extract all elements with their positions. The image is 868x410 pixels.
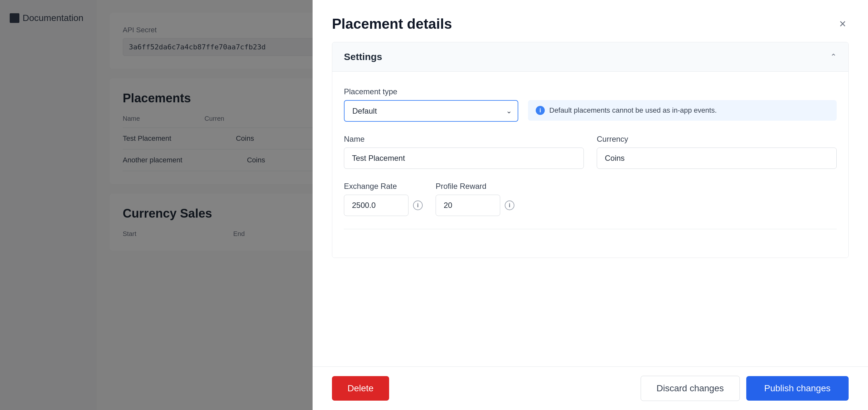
placement-type-select-wrapper: Default In-app event ⌄ bbox=[344, 100, 518, 122]
profile-reward-label: Profile Reward bbox=[436, 182, 515, 191]
name-label: Name bbox=[344, 135, 584, 144]
exchange-rate-input[interactable] bbox=[344, 195, 408, 216]
delete-button[interactable]: Delete bbox=[332, 376, 389, 401]
placement-type-label: Placement type bbox=[344, 87, 837, 96]
name-input[interactable] bbox=[344, 148, 584, 169]
modal-body: Settings ⌃ Placement type Default In-app… bbox=[313, 42, 868, 367]
currency-field-group: Currency bbox=[597, 135, 837, 169]
placement-type-select[interactable]: Default In-app event bbox=[344, 100, 518, 122]
exchange-rate-group: Exchange Rate i bbox=[344, 182, 423, 216]
modal-header: Placement details × bbox=[313, 0, 868, 42]
profile-reward-group: Profile Reward i bbox=[436, 182, 515, 216]
settings-body: Placement type Default In-app event ⌄ i … bbox=[332, 72, 848, 258]
placement-type-row: Default In-app event ⌄ i Default placeme… bbox=[344, 100, 837, 122]
info-banner-text: Default placements cannot be used as in-… bbox=[549, 106, 717, 115]
settings-header[interactable]: Settings ⌃ bbox=[332, 42, 848, 72]
profile-reward-input[interactable] bbox=[436, 195, 500, 216]
exchange-rate-label: Exchange Rate bbox=[344, 182, 423, 191]
exchange-rate-info-icon[interactable]: i bbox=[413, 200, 423, 210]
footer-right-actions: Discard changes Publish changes bbox=[641, 376, 848, 401]
name-field-group: Name bbox=[344, 135, 584, 169]
profile-reward-info-icon[interactable]: i bbox=[505, 200, 515, 210]
info-icon: i bbox=[536, 106, 545, 115]
rate-reward-row: Exchange Rate i Profile Reward i bbox=[344, 182, 837, 216]
close-button[interactable]: × bbox=[837, 15, 848, 32]
placement-details-modal: Placement details × Settings ⌃ Placement… bbox=[313, 0, 868, 410]
settings-divider bbox=[344, 229, 837, 229]
currency-label: Currency bbox=[597, 135, 837, 144]
settings-section: Settings ⌃ Placement type Default In-app… bbox=[332, 42, 848, 258]
modal-footer: Delete Discard changes Publish changes bbox=[313, 367, 868, 410]
exchange-rate-input-group: i bbox=[344, 195, 423, 216]
name-currency-row: Name Currency bbox=[344, 135, 837, 169]
placement-type-info-banner: i Default placements cannot be used as i… bbox=[528, 100, 837, 121]
publish-changes-button[interactable]: Publish changes bbox=[746, 376, 848, 401]
chevron-up-icon: ⌃ bbox=[830, 52, 837, 61]
settings-title: Settings bbox=[344, 51, 382, 62]
discard-changes-button[interactable]: Discard changes bbox=[641, 376, 740, 401]
profile-reward-input-group: i bbox=[436, 195, 515, 216]
modal-title: Placement details bbox=[332, 16, 452, 32]
currency-input[interactable] bbox=[597, 148, 837, 169]
